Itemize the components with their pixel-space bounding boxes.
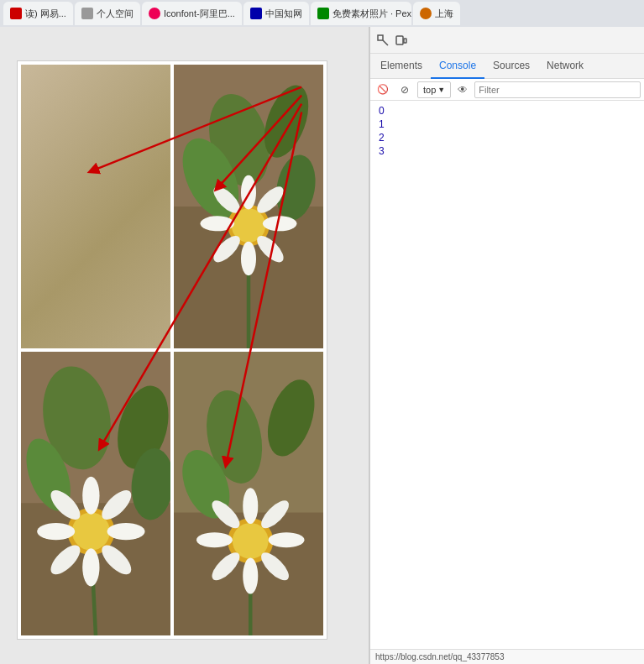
console-number-2: 2 [379, 132, 385, 144]
console-line-3[interactable]: 3 [377, 144, 637, 158]
tab-shanghai[interactable]: 上海 [413, 2, 460, 25]
preserve-log-button[interactable]: ⊘ [395, 81, 414, 99]
svg-point-15 [201, 216, 235, 231]
console-number-0: 0 [379, 105, 385, 117]
tab-favicon-iconfont [149, 8, 160, 19]
tab-label-zhiwang: 中国知网 [265, 8, 302, 20]
image-cell-top-left [21, 65, 170, 348]
tab-pexels[interactable]: 免费素材照片 · Pex... [311, 2, 411, 25]
tab-personal[interactable]: 个人空间 [75, 2, 140, 25]
devtools-panel: Elements Console Sources Network 🚫 ⊘ top… [369, 27, 644, 664]
console-output: 0 1 2 3 [370, 101, 644, 649]
console-number-3: 3 [379, 145, 385, 157]
svg-point-28 [107, 523, 145, 540]
svg-point-32 [37, 523, 75, 540]
svg-rect-55 [378, 35, 383, 40]
main-area: Elements Console Sources Network 🚫 ⊘ top… [0, 27, 644, 664]
tab-label-netease: 读) 网易... [25, 8, 66, 20]
svg-point-46 [243, 558, 258, 594]
tab-favicon-shanghai [420, 8, 432, 19]
inspect-element-button[interactable] [374, 31, 392, 50]
context-value: top [423, 85, 436, 95]
tab-label-shanghai: 上海 [435, 8, 453, 20]
tab-console[interactable]: Console [431, 54, 484, 79]
image-grid [17, 60, 327, 640]
console-line-1[interactable]: 1 [377, 118, 637, 131]
tab-favicon-netease [10, 8, 22, 19]
svg-point-13 [241, 242, 256, 276]
svg-rect-58 [404, 39, 406, 43]
svg-point-26 [82, 477, 99, 515]
tab-favicon-pexels [317, 8, 329, 19]
image-cell-bottom-left [21, 352, 170, 635]
eye-button[interactable]: 👁 [454, 81, 471, 98]
svg-point-11 [263, 216, 297, 231]
console-line-0[interactable]: 0 [377, 104, 637, 118]
svg-rect-57 [396, 36, 403, 44]
tab-label-personal: 个人空间 [97, 8, 134, 20]
status-url: https://blog.csdn.net/qq_43377853 [375, 652, 504, 661]
tab-zhiwang[interactable]: 中国知网 [243, 2, 309, 25]
svg-point-48 [196, 532, 233, 547]
console-line-2[interactable]: 2 [377, 131, 637, 144]
devtools-toolbar [370, 27, 644, 54]
svg-line-56 [383, 40, 388, 45]
devtools-status: https://blog.csdn.net/qq_43377853 [370, 649, 644, 664]
tab-netease[interactable]: 读) 网易... [3, 2, 73, 25]
tab-favicon-zhiwang [250, 8, 262, 19]
browser-tabs-bar: 读) 网易... 个人空间 Iconfont-阿里巴... 中国知网 免费素材照… [0, 0, 644, 27]
clear-console-button[interactable]: 🚫 [374, 81, 392, 99]
context-dropdown-icon: ▼ [437, 86, 445, 94]
tab-network[interactable]: Network [538, 54, 592, 79]
tab-sources[interactable]: Sources [484, 54, 538, 79]
tab-favicon-personal [81, 8, 93, 19]
image-cell-bottom-right [174, 352, 323, 635]
svg-point-42 [243, 488, 258, 524]
tab-label-pexels: 免费素材照片 · Pex... [332, 8, 411, 20]
devtools-tabs: Elements Console Sources Network [370, 54, 644, 79]
svg-point-9 [241, 175, 256, 210]
device-toggle-button[interactable] [392, 31, 411, 50]
console-bar: 🚫 ⊘ top ▼ 👁 [370, 79, 644, 101]
svg-point-44 [269, 532, 305, 547]
console-number-1: 1 [379, 118, 385, 130]
image-cell-top-right [174, 65, 323, 348]
context-select[interactable]: top ▼ [417, 81, 451, 98]
tab-label-iconfont: Iconfont-阿里巴... [164, 8, 235, 20]
tab-elements[interactable]: Elements [372, 54, 431, 79]
webpage-content [0, 27, 369, 664]
tab-iconfont[interactable]: Iconfont-阿里巴... [142, 2, 242, 25]
svg-point-30 [82, 548, 99, 586]
filter-input[interactable] [474, 81, 641, 98]
